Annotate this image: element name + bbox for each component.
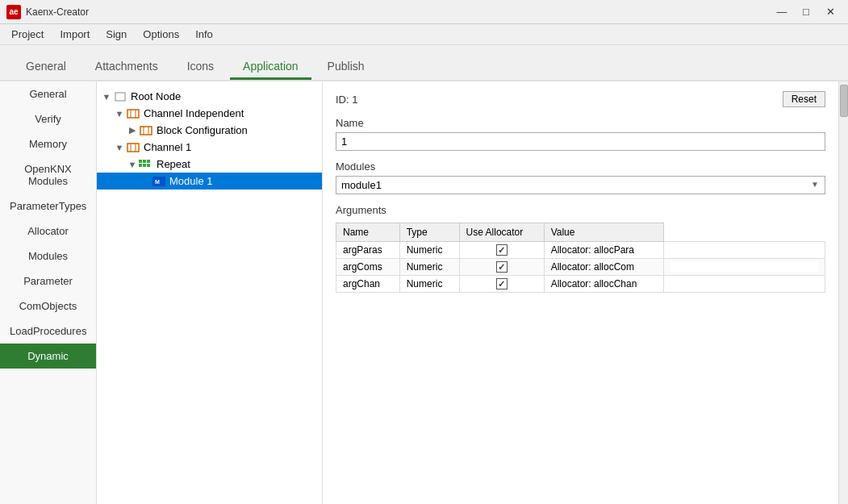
arg-type-2: Numeric [399, 276, 459, 293]
repeat-label: Repeat [157, 158, 190, 170]
detail-id: ID: 1 [336, 94, 357, 106]
sidebar-item-comobjects[interactable]: ComObjects [0, 294, 96, 319]
svg-rect-15 [147, 164, 150, 167]
sidebar-item-dynamic[interactable]: Dynamic [0, 344, 96, 369]
main-content: General Verify Memory OpenKNX Modules Pa… [0, 81, 848, 504]
minimize-button[interactable]: — [771, 3, 793, 21]
root-node-label: Root Node [131, 90, 181, 102]
expand-root[interactable]: ▼ [100, 92, 113, 102]
arg-value-input-1[interactable] [670, 261, 818, 273]
checkbox-1[interactable] [496, 261, 508, 273]
reset-button[interactable]: Reset [783, 91, 825, 107]
arg-name-2: argChan [336, 276, 400, 293]
menu-project[interactable]: Project [3, 27, 52, 42]
expand-repeat[interactable]: ▼ [126, 160, 139, 169]
col-value: Value [544, 223, 663, 242]
close-button[interactable]: ✕ [819, 3, 842, 21]
svg-rect-10 [139, 160, 142, 163]
arg-use-allocator-0[interactable] [459, 242, 544, 259]
detail-panel: ID: 1 Reset Name Modules module1 Argumen… [323, 81, 838, 504]
app-title: Kaenx-Creator [26, 6, 89, 18]
channel-independent-icon [126, 108, 140, 119]
svg-rect-1 [127, 110, 139, 118]
sidebar-item-parameter[interactable]: Parameter [0, 269, 96, 294]
arg-allocator-text-1: Allocator: allocCom [544, 259, 663, 276]
menu-import[interactable]: Import [52, 27, 98, 42]
menu-bar: Project Import Sign Options Info [0, 24, 848, 45]
svg-rect-0 [115, 93, 125, 101]
sidebar-item-modules[interactable]: Modules [0, 244, 96, 269]
modules-select[interactable]: module1 [336, 176, 825, 194]
arguments-table: Name Type Use Allocator Value argParas N… [336, 223, 825, 293]
expand-block-config[interactable]: ▶ [126, 125, 139, 135]
tree-node-block-config[interactable]: ▶ Block Configuration [97, 122, 322, 139]
name-input[interactable] [336, 132, 825, 151]
col-type: Type [399, 223, 459, 242]
arg-value-input-0[interactable] [670, 244, 818, 256]
tree-node-repeat[interactable]: ▼ Repeat [97, 156, 322, 173]
scrollbar[interactable] [838, 81, 848, 504]
module-1-label: Module 1 [169, 175, 212, 187]
arg-value-input-2[interactable] [670, 278, 818, 289]
expand-channel-1[interactable]: ▼ [113, 143, 126, 152]
col-name: Name [336, 223, 400, 242]
arg-name-0: argParas [336, 242, 400, 259]
tab-icons[interactable]: Icons [174, 55, 227, 80]
repeat-icon [139, 159, 153, 170]
tree-node-module-1[interactable]: ▶ M Module 1 [97, 173, 322, 190]
arg-allocator-text-2: Allocator: allocChan [544, 276, 663, 293]
table-row: argChan Numeric Allocator: allocChan [336, 276, 825, 293]
sidebar-item-memory[interactable]: Memory [0, 131, 96, 156]
title-bar: ae Kaenx-Creator — □ ✕ [0, 0, 848, 24]
checkbox-0[interactable] [496, 244, 508, 256]
tree-node-channel-independent[interactable]: ▼ Channel Independent [97, 105, 322, 122]
arg-name-1: argComs [336, 259, 400, 276]
arg-type-0: Numeric [399, 242, 459, 259]
arg-value-2[interactable] [663, 276, 825, 293]
channel-independent-label: Channel Independent [144, 107, 244, 119]
col-use-allocator: Use Allocator [459, 223, 544, 242]
block-config-icon [139, 125, 153, 136]
channel-1-icon [126, 142, 140, 153]
app-logo: ae [6, 5, 21, 19]
arg-value-0[interactable] [663, 242, 825, 259]
menu-options[interactable]: Options [135, 27, 187, 42]
module-1-icon: M [152, 176, 166, 187]
expand-channel-independent[interactable]: ▼ [113, 109, 126, 119]
modules-label: Modules [336, 160, 825, 173]
arg-allocator-text-0: Allocator: allocPara [544, 242, 663, 259]
id-row: ID: 1 Reset [336, 91, 825, 107]
arg-type-1: Numeric [399, 259, 459, 276]
sidebar-item-loadprocedures[interactable]: LoadProcedures [0, 319, 96, 344]
sidebar-item-parametertypes[interactable]: ParameterTypes [0, 194, 96, 219]
title-bar-left: ae Kaenx-Creator [6, 5, 89, 19]
sidebar-item-allocator[interactable]: Allocator [0, 219, 96, 244]
sidebar-item-general[interactable]: General [0, 81, 96, 106]
sidebar-item-openknx[interactable]: OpenKNX Modules [0, 156, 96, 194]
table-header-row: Name Type Use Allocator Value [336, 223, 825, 242]
tree-node-channel-1[interactable]: ▼ Channel 1 [97, 139, 322, 156]
block-config-label: Block Configuration [157, 124, 248, 136]
maximize-button[interactable]: □ [795, 3, 817, 21]
checkbox-2[interactable] [496, 278, 508, 289]
scrollbar-thumb[interactable] [840, 85, 848, 117]
channel-1-label: Channel 1 [144, 141, 191, 153]
svg-text:M: M [155, 179, 160, 185]
tab-general[interactable]: General [13, 55, 79, 80]
tab-application[interactable]: Application [230, 55, 311, 80]
menu-info[interactable]: Info [187, 27, 221, 42]
arg-use-allocator-2[interactable] [459, 276, 544, 293]
table-row: argParas Numeric Allocator: allocPara [336, 242, 825, 259]
name-label: Name [336, 117, 825, 129]
sidebar-item-verify[interactable]: Verify [0, 106, 96, 131]
sidebar: General Verify Memory OpenKNX Modules Pa… [0, 81, 97, 504]
tab-publish[interactable]: Publish [315, 55, 378, 80]
modules-select-wrapper: module1 [336, 176, 825, 194]
menu-sign[interactable]: Sign [98, 27, 135, 42]
arg-value-1[interactable] [663, 259, 825, 276]
tab-attachments[interactable]: Attachments [82, 55, 171, 80]
tree-node-root[interactable]: ▼ Root Node [97, 88, 322, 105]
svg-rect-7 [127, 144, 139, 152]
arg-use-allocator-1[interactable] [459, 259, 544, 276]
table-row: argComs Numeric Allocator: allocCom [336, 259, 825, 276]
